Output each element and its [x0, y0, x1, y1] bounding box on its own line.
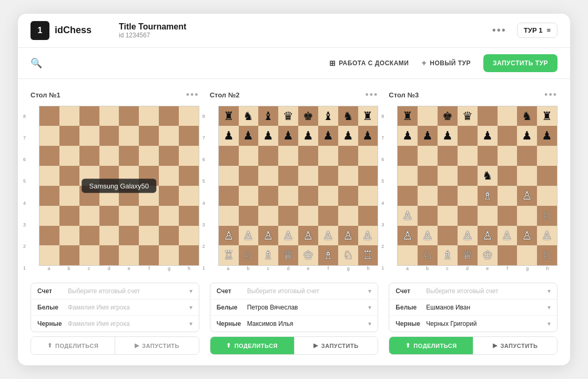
board-2-launch-button[interactable]: ▶ ЗАПУСТИТЬ: [295, 337, 378, 354]
board-2-col-labels: ab cd ef gh: [218, 266, 379, 271]
board-3-white-row: Белые Ешманов Иван ▾: [389, 300, 557, 316]
start-round-button[interactable]: ЗАПУСТИТЬ ТУР: [483, 54, 557, 72]
board-1-score-label: Счет: [37, 287, 64, 295]
board-2-score-chevron: ▾: [368, 287, 371, 295]
launch-icon-2: ▶: [313, 342, 318, 349]
board-1-outer: 12 34 56 78 Samsung Galaxy50 ab cd ef gh: [31, 106, 199, 279]
header: 1 idChess Title Tournament id 1234567 ••…: [18, 14, 570, 48]
board-2-title: Стол №2: [210, 91, 366, 99]
board-3-buttons: ⬆ ПОДЕЛИТЬСЯ ▶ ЗАПУСТИТЬ: [389, 336, 557, 355]
board-2-white-row: Белые Петров Вячеслав ▾: [210, 300, 378, 316]
board-2-share-button[interactable]: ⬆ ПОДЕЛИТЬСЯ: [210, 337, 295, 354]
board-3-white-chevron: ▾: [548, 304, 551, 311]
board-1-white-label: Белые: [37, 304, 64, 311]
board-3-black-chevron: ▾: [548, 320, 551, 327]
board-2-more[interactable]: •••: [365, 89, 378, 101]
board-3-black-row: Черные Черных Григорий ▾: [389, 316, 557, 332]
share-icon-2: ⬆: [226, 342, 231, 349]
round-badge[interactable]: ТУР 1 ≡: [517, 23, 557, 38]
board-3-form: Счет Выберите итоговый счет ▾ Белые Ешма…: [389, 283, 557, 332]
logo-area: 1 idChess: [31, 21, 115, 40]
launch-icon-1: ▶: [135, 342, 139, 349]
new-round-button[interactable]: + НОВЫЙ ТУР: [421, 58, 471, 68]
board-1-more[interactable]: •••: [186, 89, 199, 101]
board-1-black-select[interactable]: Фамилия Имя игрока ▾: [68, 320, 192, 327]
board-1-black-label: Черные: [37, 320, 64, 327]
board-2-outer: 12 34 56 78 ♜♞♝♛♚♝♞♜♟♟♟♟♟♟♟♟♙♙♙♙♙♙♙♙♖♘♗♕…: [210, 106, 379, 279]
board-1-col-labels: ab cd ef gh: [39, 266, 199, 271]
board-2-white-label: Белые: [217, 304, 243, 311]
board-2-score-placeholder: Выберите итоговый счет: [247, 287, 319, 295]
board-3-col-labels: ab cd ef gh: [397, 266, 557, 271]
board-1-buttons: ⬆ ПОДЕЛИТЬСЯ ▶ ЗАПУСТИТЬ: [31, 336, 199, 355]
chess-board-3: ♜♚♛♞♜♟♟♟♟♟♟♞♗♙♙♘♙♙♙♙♙♙♙♘♗♕♔♘: [397, 106, 557, 266]
search-button[interactable]: 🔍: [31, 57, 42, 69]
boards-work-button[interactable]: ⊞ РАБОТА С ДОСКАМИ: [329, 59, 409, 67]
board-3-header: Стол №3 •••: [389, 89, 557, 101]
board-1-score-chevron: ▾: [189, 287, 192, 295]
board-2-black-row: Черные Максимов Илья ▾: [210, 316, 378, 332]
board-2-black-chevron: ▾: [368, 320, 371, 327]
board-3-score-label: Счет: [396, 287, 422, 295]
logo-text: idChess: [55, 25, 92, 36]
board-1-black-placeholder: Фамилия Имя игрока: [68, 320, 130, 327]
chess-board-2: ♜♞♝♛♚♝♞♜♟♟♟♟♟♟♟♟♙♙♙♙♙♙♙♙♖♘♗♕♔♗♘♖: [218, 106, 379, 266]
toolbar: 🔍 ⊞ РАБОТА С ДОСКАМИ + НОВЫЙ ТУР ЗАПУСТИ…: [18, 48, 570, 79]
tournament-title: Title Tournament: [119, 22, 492, 32]
main-content: Стол №1 ••• 12 34 56 78 Samsung Galaxy50…: [18, 79, 570, 366]
board-1-share-button[interactable]: ⬆ ПОДЕЛИТЬСЯ: [31, 337, 115, 354]
header-more-button[interactable]: •••: [492, 24, 506, 36]
board-3-share-button[interactable]: ⬆ ПОДЕЛИТЬСЯ: [389, 337, 473, 354]
share-icon-3: ⬆: [405, 342, 411, 349]
board-1-score-select[interactable]: Выберите итоговый счет ▾: [68, 287, 192, 295]
board-2-form: Счет Выберите итоговый счет ▾ Белые Петр…: [210, 283, 379, 332]
header-title-area: Title Tournament id 1234567: [115, 22, 492, 39]
board-3-score-placeholder: Выберите итоговый счет: [426, 287, 498, 295]
board-2-score-row: Счет Выберите итоговый счет ▾: [210, 283, 378, 300]
board-3-outer: 12 34 56 78 ♜♚♛♞♜♟♟♟♟♟♟♞♗♙♙♘♙♙♙♙♙♙♙♘♗♕♔♘…: [389, 106, 557, 279]
board-1-white-row: Белые Фамилия Имя игрока ▾: [31, 300, 199, 316]
board-3-white-label: Белые: [396, 304, 422, 311]
board-3-white-value: Ешманов Иван: [426, 304, 470, 311]
board-1-form: Счет Выберите итоговый счет ▾ Белые Фами…: [31, 283, 199, 332]
board-1-score-placeholder: Выберите итоговый счет: [68, 287, 140, 295]
round-list-icon: ≡: [546, 26, 551, 34]
launch-icon-3: ▶: [493, 342, 498, 349]
chess-board-1: Samsung Galaxy50: [39, 106, 199, 266]
board-card-1: Стол №1 ••• 12 34 56 78 Samsung Galaxy50…: [31, 89, 199, 355]
board-3-launch-button[interactable]: ▶ ЗАПУСТИТЬ: [473, 337, 557, 354]
board-1-black-row: Черные Фамилия Имя игрока ▾: [31, 316, 199, 332]
board-1-black-chevron: ▾: [189, 320, 192, 327]
board-3-score-select[interactable]: Выберите итоговый счет ▾: [426, 287, 551, 295]
share-icon-1: ⬆: [47, 342, 53, 349]
board-2-white-value: Петров Вячеслав: [247, 304, 298, 311]
board-3-white-select[interactable]: Ешманов Иван ▾: [426, 304, 551, 311]
board-2-black-select[interactable]: Максимов Илья ▾: [247, 320, 372, 327]
board-card-3: Стол №3 ••• 12 34 56 78 ♜♚♛♞♜♟♟♟♟♟♟♞♗♙♙♘…: [389, 89, 557, 355]
board-3-title: Стол №3: [389, 91, 544, 99]
board-3-score-row: Счет Выберите итоговый счет ▾: [389, 283, 557, 300]
board-1-white-chevron: ▾: [189, 304, 192, 311]
board-card-2: Стол №2 ••• 12 34 56 78 ♜♞♝♛♚♝♞♜♟♟♟♟♟♟♟♟…: [210, 89, 379, 355]
board-3-black-value: Черных Григорий: [426, 320, 477, 327]
board-2-score-label: Счет: [217, 287, 243, 295]
board-1-header: Стол №1 •••: [31, 89, 199, 101]
board-3-black-label: Черные: [396, 320, 422, 327]
board-2-buttons: ⬆ ПОДЕЛИТЬСЯ ▶ ЗАПУСТИТЬ: [210, 336, 379, 355]
board-3-black-select[interactable]: Черных Григорий ▾: [426, 320, 551, 327]
board-1-score-row: Счет Выберите итоговый счет ▾: [31, 283, 199, 300]
board-2-rank-labels: 12 34 56 78: [202, 106, 205, 279]
board-3-more[interactable]: •••: [544, 89, 557, 101]
app-container: 1 idChess Title Tournament id 1234567 ••…: [18, 14, 570, 366]
header-actions: ••• ТУР 1 ≡: [492, 23, 557, 38]
tournament-id: id 1234567: [119, 32, 492, 39]
logo-icon: 1: [31, 21, 49, 40]
board-2-score-select[interactable]: Выберите итоговый счет ▾: [247, 287, 372, 295]
board-1-white-placeholder: Фамилия Имя игрока: [68, 304, 130, 311]
boards-icon: ⊞: [329, 59, 336, 67]
board-1-launch-button[interactable]: ▶ ЗАПУСТИТЬ: [115, 337, 199, 354]
board-2-black-label: Черные: [217, 320, 243, 327]
board-1-white-select[interactable]: Фамилия Имя игрока ▾: [68, 304, 192, 311]
board-1-rank-labels: 12 34 56 78: [23, 106, 26, 279]
board-2-white-select[interactable]: Петров Вячеслав ▾: [247, 304, 372, 311]
